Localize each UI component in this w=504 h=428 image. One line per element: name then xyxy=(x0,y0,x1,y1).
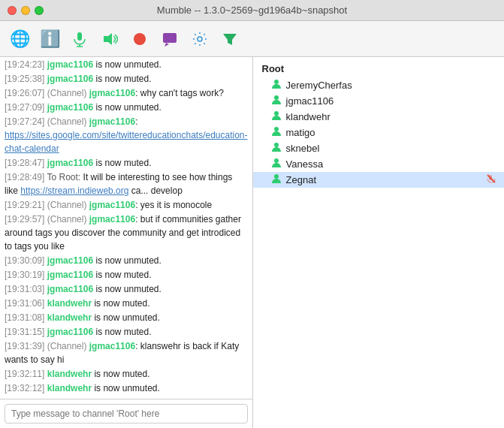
svg-rect-17 xyxy=(489,175,492,180)
msg-text: is now muted. xyxy=(92,369,149,379)
user-item[interactable]: Zegnat xyxy=(253,172,504,188)
msg-text: is now muted. xyxy=(93,327,151,337)
msg-link[interactable]: https://stream.indieweb.org xyxy=(20,185,128,196)
user-item[interactable]: jgmac1106 xyxy=(253,93,504,109)
window-controls xyxy=(8,6,44,15)
svg-point-14 xyxy=(274,158,279,163)
user-name: matigo xyxy=(286,127,495,138)
chat-message: [19:29:21] (Channel) jgmac1106: yes it i… xyxy=(5,198,248,212)
minimize-button[interactable] xyxy=(21,6,30,15)
user-item[interactable]: klandwehr xyxy=(253,109,504,125)
speaker-btn[interactable] xyxy=(96,26,123,53)
svg-marker-8 xyxy=(223,34,237,45)
user-item[interactable]: matigo xyxy=(253,125,504,140)
msg-time: [19:29:21] xyxy=(5,200,44,210)
svg-point-7 xyxy=(198,37,202,41)
msg-time: [19:26:07] xyxy=(5,88,44,98)
chat-message: [19:27:24] (Channel) jgmac1106: https://… xyxy=(5,115,248,155)
record-btn[interactable] xyxy=(126,26,153,53)
msg-text: : yes it is monocole xyxy=(135,200,212,210)
msg-text: : xyxy=(135,116,137,127)
settings-btn[interactable] xyxy=(186,26,213,53)
chat-btn[interactable] xyxy=(156,26,183,53)
maximize-button[interactable] xyxy=(35,6,44,15)
chat-message: [19:32:12] klandwehr is now unmuted. xyxy=(5,381,248,395)
msg-time: [19:31:39] xyxy=(5,341,44,351)
msg-user: jgmac1106 xyxy=(89,116,135,127)
svg-point-10 xyxy=(274,95,279,100)
user-item[interactable]: sknebel xyxy=(253,140,504,156)
msg-text: is now unmuted. xyxy=(93,102,161,113)
mic-btn[interactable] xyxy=(66,26,93,53)
msg-user: klandwehr xyxy=(47,369,92,379)
msg-user: jgmac1106 xyxy=(47,284,93,294)
msg-time: [19:24:23] xyxy=(5,59,44,70)
msg-user: jgmac1106 xyxy=(89,88,135,98)
msg-user: jgmac1106 xyxy=(47,270,93,280)
msg-user: jgmac1106 xyxy=(47,327,93,337)
chat-message: [19:32:11] klandwehr is now muted. xyxy=(5,367,248,381)
msg-text: is now unmuted. xyxy=(92,312,160,323)
close-button[interactable] xyxy=(8,6,17,15)
msg-link[interactable]: https://sites.google.com/site/twitteredu… xyxy=(5,130,248,154)
user-icon xyxy=(271,173,282,186)
filter-btn[interactable] xyxy=(216,26,243,53)
user-icon xyxy=(271,142,282,155)
user-item[interactable]: Vanessa xyxy=(253,156,504,172)
user-name: Zegnat xyxy=(286,174,495,185)
svg-point-4 xyxy=(134,33,146,45)
msg-user: klandwehr xyxy=(47,298,92,309)
user-icon xyxy=(271,126,282,139)
svg-point-15 xyxy=(274,174,279,179)
user-item[interactable]: JeremyCherfas xyxy=(253,77,504,93)
msg-channel: (Channel) xyxy=(47,214,89,225)
user-name: sknebel xyxy=(286,143,495,154)
msg-time: [19:28:47] xyxy=(5,158,44,168)
titlebar: Mumble -- 1.3.0~2569~gd196a4b~snapshot xyxy=(0,0,504,21)
chat-message: [19:31:06] klandwehr is now muted. xyxy=(5,297,248,310)
user-icon xyxy=(271,79,282,92)
user-icon xyxy=(271,95,282,107)
msg-time: [19:30:09] xyxy=(5,255,44,266)
info-btn[interactable]: ℹ️ xyxy=(36,26,63,53)
root-label: Root xyxy=(253,62,504,77)
msg-user: jgmac1106 xyxy=(89,341,135,351)
msg-to: To Root: xyxy=(47,172,81,182)
chat-message: [19:31:08] klandwehr is now unmuted. xyxy=(5,311,248,324)
msg-text: is now unmuted. xyxy=(93,59,161,70)
chat-input-area xyxy=(0,399,252,428)
chat-messages[interactable]: [19:24:20] klandwehr is now unmuted.[19:… xyxy=(0,57,252,399)
msg-time: [19:30:19] xyxy=(5,270,44,280)
globe-btn[interactable]: 🌐 xyxy=(6,26,33,53)
chat-input[interactable] xyxy=(5,404,248,423)
msg-user: jgmac1106 xyxy=(89,214,135,225)
chat-message: [19:28:47] jgmac1106 is now muted. xyxy=(5,156,248,170)
msg-user: jgmac1106 xyxy=(47,158,93,168)
msg-time: [19:31:15] xyxy=(5,327,44,337)
msg-channel: (Channel) xyxy=(47,200,89,210)
chat-message: [19:31:15] jgmac1106 is now muted. xyxy=(5,325,248,339)
chat-message: [19:27:09] jgmac1106 is now unmuted. xyxy=(5,101,248,114)
svg-point-13 xyxy=(274,143,279,147)
chat-message: [19:26:07] (Channel) jgmac1106: why can'… xyxy=(5,86,248,100)
msg-channel: (Channel) xyxy=(47,88,89,98)
svg-rect-5 xyxy=(163,33,177,43)
msg-time: [19:31:03] xyxy=(5,284,44,294)
svg-point-9 xyxy=(274,80,279,84)
chat-message: [19:31:39] (Channel) jgmac1106: klansweh… xyxy=(5,339,248,366)
msg-channel: (Channel) xyxy=(47,341,89,351)
msg-time: [19:31:06] xyxy=(5,298,44,309)
chat-message: [19:25:38] jgmac1106 is now muted. xyxy=(5,72,248,86)
msg-user: jgmac1106 xyxy=(47,74,93,84)
user-name: jgmac1106 xyxy=(286,95,495,107)
msg-time: [19:29:57] xyxy=(5,214,44,225)
msg-user: jgmac1106 xyxy=(47,102,93,113)
msg-text: is now unmuted. xyxy=(93,255,161,266)
main-area: [19:24:20] klandwehr is now unmuted.[19:… xyxy=(0,57,504,428)
user-icon xyxy=(271,158,282,170)
chat-message: [19:28:49] To Root: It will be interesti… xyxy=(5,170,248,197)
msg-time: [19:32:11] xyxy=(5,369,44,379)
chat-message: [19:29:57] (Channel) jgmac1106: but if c… xyxy=(5,212,248,253)
window-title: Mumble -- 1.3.0~2569~gd196a4b~snapshot xyxy=(157,5,347,16)
msg-time: [19:28:49] xyxy=(5,172,44,182)
